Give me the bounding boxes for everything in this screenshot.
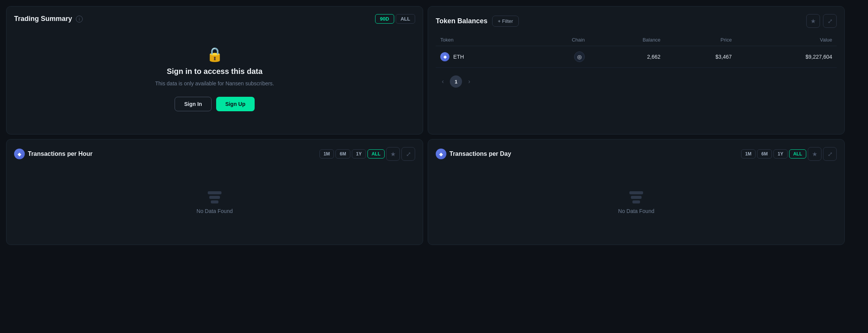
header-actions: ★ ⤢ bbox=[806, 14, 837, 28]
balance-cell: 2,662 bbox=[589, 46, 665, 68]
filter-90d-button[interactable]: 90D bbox=[375, 14, 394, 24]
transactions-day-header: ◆ Transactions per Day 1M 6M 1Y ALL ★ ⤢ bbox=[436, 147, 837, 161]
star-button[interactable]: ★ bbox=[806, 14, 820, 28]
expand-button[interactable]: ⤢ bbox=[823, 14, 837, 28]
no-data-bar-2d bbox=[631, 196, 642, 199]
transactions-day-icon: ◆ bbox=[436, 149, 446, 159]
current-page: 1 bbox=[450, 75, 462, 88]
expand-icon-hour: ⤢ bbox=[406, 150, 411, 158]
price-cell: $3,467 bbox=[665, 46, 736, 68]
transactions-hour-card: ◆ Transactions per Hour 1M 6M 1Y ALL ★ ⤢ bbox=[6, 139, 423, 245]
table-header-row: Token Chain Balance Price Value bbox=[436, 34, 837, 46]
sign-in-description: This data is only available for Nansen s… bbox=[155, 80, 274, 88]
sign-up-button[interactable]: Sign Up bbox=[216, 97, 255, 111]
col-value: Value bbox=[736, 34, 837, 46]
no-data-bar-2 bbox=[209, 196, 220, 199]
no-data-bar-3d bbox=[632, 200, 640, 203]
transactions-hour-icon: ◆ bbox=[14, 149, 25, 159]
token-table: Token Chain Balance Price Value ◆ ETH ◎ bbox=[436, 34, 837, 68]
token-cell: ◆ ETH bbox=[436, 46, 528, 68]
main-grid: Trading Summary i 90D ALL 🔒 Sign in to a… bbox=[6, 6, 845, 245]
pagination: ‹ 1 › bbox=[436, 75, 837, 88]
col-price: Price bbox=[665, 34, 736, 46]
transactions-hour-title: Transactions per Hour bbox=[28, 150, 93, 157]
transactions-day-title-group: ◆ Transactions per Day bbox=[436, 149, 511, 159]
day-expand-button[interactable]: ⤢ bbox=[823, 147, 837, 161]
token-balances-title: Token Balances bbox=[436, 17, 488, 25]
no-data-text-day: No Data Found bbox=[618, 208, 655, 214]
chain-icon: ◎ bbox=[574, 51, 585, 62]
transactions-hour-filters: 1M 6M 1Y ALL ★ ⤢ bbox=[319, 147, 415, 161]
no-data-hour: No Data Found bbox=[14, 168, 415, 237]
filter-all-button[interactable]: ALL bbox=[396, 14, 415, 24]
expand-icon: ⤢ bbox=[828, 18, 833, 25]
expand-icon-day: ⤢ bbox=[828, 150, 833, 158]
hour-filter-all[interactable]: ALL bbox=[367, 149, 385, 158]
no-data-bar-1d bbox=[629, 191, 643, 194]
value-cell: $9,227,604 bbox=[736, 46, 837, 68]
chain-cell: ◎ bbox=[528, 46, 589, 68]
lock-icon: 🔒 bbox=[206, 46, 223, 62]
auth-buttons: Sign In Sign Up bbox=[175, 97, 255, 111]
token-name: ETH bbox=[453, 54, 464, 60]
day-filter-all[interactable]: ALL bbox=[789, 149, 806, 158]
day-filter-1y[interactable]: 1Y bbox=[773, 149, 788, 158]
star-icon-day: ★ bbox=[812, 150, 817, 158]
transactions-day-filters: 1M 6M 1Y ALL ★ ⤢ bbox=[741, 147, 837, 161]
time-filter-group: 90D ALL bbox=[375, 14, 415, 24]
no-data-icon-day bbox=[629, 191, 643, 203]
hour-filter-1y[interactable]: 1Y bbox=[352, 149, 366, 158]
hour-expand-button[interactable]: ⤢ bbox=[401, 147, 415, 161]
star-icon-hour: ★ bbox=[390, 150, 396, 158]
filter-button[interactable]: + Filter bbox=[492, 16, 519, 27]
filter-button-label: + Filter bbox=[498, 18, 513, 24]
col-chain: Chain bbox=[528, 34, 589, 46]
sign-in-button[interactable]: Sign In bbox=[175, 97, 212, 111]
eth-icon-day: ◆ bbox=[439, 151, 443, 157]
trading-summary-title: Trading Summary bbox=[14, 15, 72, 23]
no-data-day: No Data Found bbox=[436, 168, 837, 237]
trading-summary-header: Trading Summary i 90D ALL bbox=[14, 14, 415, 24]
transactions-hour-header: ◆ Transactions per Hour 1M 6M 1Y ALL ★ ⤢ bbox=[14, 147, 415, 161]
no-data-text-hour: No Data Found bbox=[197, 208, 233, 214]
prev-page-button[interactable]: ‹ bbox=[439, 77, 447, 86]
sign-in-content: 🔒 Sign in to access this data This data … bbox=[14, 31, 415, 126]
transactions-day-title: Transactions per Day bbox=[449, 150, 511, 157]
day-filter-1m[interactable]: 1M bbox=[741, 149, 756, 158]
transactions-hour-title-group: ◆ Transactions per Hour bbox=[14, 149, 93, 159]
no-data-bar-3 bbox=[211, 200, 218, 203]
token-balances-card: Token Balances + Filter ★ ⤢ Token Chain … bbox=[428, 6, 845, 134]
col-balance: Balance bbox=[589, 34, 665, 46]
trading-summary-card: Trading Summary i 90D ALL 🔒 Sign in to a… bbox=[6, 6, 423, 134]
hour-star-button[interactable]: ★ bbox=[386, 147, 400, 161]
token-balances-header: Token Balances + Filter ★ ⤢ bbox=[436, 14, 837, 28]
table-row: ◆ ETH ◎ 2,662 $3,467 $9,227,604 bbox=[436, 46, 837, 68]
day-filter-6m[interactable]: 6M bbox=[757, 149, 772, 158]
hour-filter-1m[interactable]: 1M bbox=[319, 149, 334, 158]
col-token: Token bbox=[436, 34, 528, 46]
hour-filter-6m[interactable]: 6M bbox=[335, 149, 350, 158]
next-page-button[interactable]: › bbox=[465, 77, 473, 86]
eth-token-icon: ◆ bbox=[440, 52, 449, 61]
no-data-icon-hour bbox=[208, 191, 221, 203]
eth-icon-hour: ◆ bbox=[18, 151, 21, 157]
sign-in-title: Sign in to access this data bbox=[167, 67, 262, 76]
info-icon[interactable]: i bbox=[76, 16, 83, 22]
star-icon: ★ bbox=[810, 18, 816, 25]
no-data-bar-1 bbox=[208, 191, 221, 194]
day-star-button[interactable]: ★ bbox=[808, 147, 821, 161]
transactions-day-card: ◆ Transactions per Day 1M 6M 1Y ALL ★ ⤢ bbox=[428, 139, 845, 245]
